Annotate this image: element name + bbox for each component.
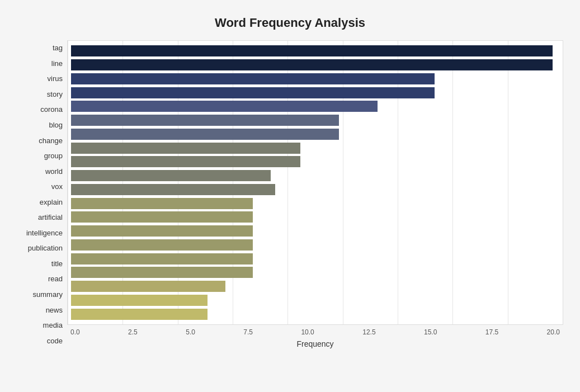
y-label: news: [46, 306, 63, 314]
bar: [71, 309, 208, 320]
y-label: media: [43, 322, 63, 329]
bar: [71, 73, 435, 84]
bars-and-xaxis: 0.02.55.07.510.012.515.017.520.0 Frequen…: [67, 40, 563, 348]
bar: [71, 156, 300, 167]
bar: [71, 87, 435, 98]
y-label: corona: [40, 106, 63, 113]
y-label: intelligence: [26, 229, 63, 237]
bar-row: [68, 44, 563, 58]
bar: [71, 253, 253, 265]
bar-row: [68, 280, 563, 293]
bar: [71, 295, 208, 306]
bar-row: [68, 308, 563, 321]
chart-title: Word Frequency Analysis: [17, 11, 563, 30]
bar-row: [68, 183, 563, 196]
bar-row: [68, 155, 563, 168]
y-label: vox: [51, 183, 63, 190]
y-label: tag: [53, 44, 63, 51]
chart-area: taglinevirusstorycoronablogchangegroupwo…: [17, 40, 563, 348]
x-tick: 0.0: [70, 328, 80, 336]
bars-area: [67, 40, 563, 325]
bar-row: [68, 210, 563, 224]
y-label: publication: [28, 244, 63, 252]
y-label: line: [51, 60, 63, 67]
bar: [71, 129, 339, 140]
bar-row: [68, 141, 563, 155]
x-tick: 7.5: [243, 328, 253, 336]
bar-row: [68, 197, 563, 210]
y-label: explain: [40, 199, 63, 206]
bar-row: [68, 86, 563, 100]
bar-row: [68, 58, 563, 72]
bar-row: [68, 100, 563, 113]
x-axis-label: Frequency: [67, 339, 563, 348]
bar-row: [68, 266, 563, 279]
y-label: change: [39, 137, 63, 144]
y-label: story: [47, 91, 63, 98]
bar: [71, 101, 378, 112]
bar-row: [68, 72, 563, 86]
y-label: artificial: [38, 214, 63, 221]
bar-row: [68, 114, 563, 127]
x-tick: 2.5: [128, 328, 138, 336]
y-label: title: [51, 260, 63, 267]
y-label: world: [45, 168, 63, 175]
bar: [71, 281, 225, 292]
bar: [71, 45, 553, 56]
bar: [71, 184, 275, 195]
y-label: read: [48, 275, 63, 282]
bar: [71, 198, 253, 209]
x-tick: 12.5: [362, 328, 375, 336]
x-tick: 17.5: [485, 328, 498, 336]
bar-row: [68, 252, 563, 266]
x-tick: 10.0: [301, 328, 314, 336]
bar: [71, 170, 271, 181]
y-label: code: [47, 337, 63, 344]
bar-row: [68, 169, 563, 182]
x-tick: 15.0: [424, 328, 437, 336]
bar: [71, 59, 553, 70]
y-label: virus: [48, 75, 63, 82]
bar: [71, 115, 339, 126]
chart-container: Word Frequency Analysis taglinevirusstor…: [0, 0, 580, 392]
y-labels: taglinevirusstorycoronablogchangegroupwo…: [17, 40, 67, 348]
bar: [71, 225, 253, 237]
bar-row: [68, 294, 563, 307]
y-label: group: [44, 152, 63, 159]
bar: [71, 239, 253, 251]
y-label: summary: [33, 291, 63, 298]
bar-row: [68, 238, 563, 252]
bar: [71, 143, 300, 154]
bar-row: [68, 127, 563, 141]
bar-row: [68, 224, 563, 238]
bar: [71, 267, 253, 278]
x-tick: 20.0: [547, 328, 560, 336]
y-label: blog: [49, 121, 63, 129]
x-axis: 0.02.55.07.510.012.515.017.520.0 Frequen…: [67, 325, 563, 348]
bar: [71, 211, 253, 223]
x-tick: 5.0: [186, 328, 195, 336]
x-ticks: 0.02.55.07.510.012.515.017.520.0: [67, 328, 563, 336]
